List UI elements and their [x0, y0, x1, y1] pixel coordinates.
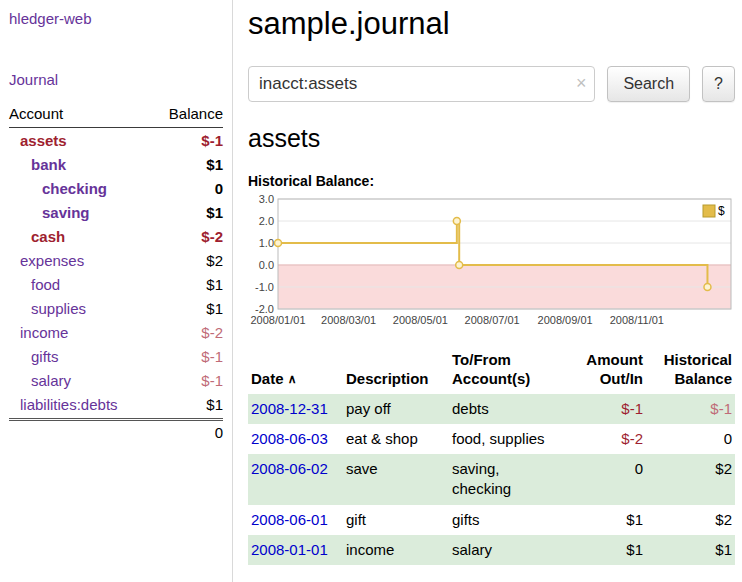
account-balance: $1 [206, 396, 223, 413]
register-table: Date ∧ Description To/From Account(s) Am… [248, 349, 735, 565]
register-row: 2008-06-02 save saving, checking 0 $2 [248, 454, 735, 505]
svg-text:0.0: 0.0 [259, 259, 274, 271]
account-link[interactable]: food [9, 276, 206, 293]
transaction-date-cell: 2008-12-31 [248, 394, 343, 424]
account-link[interactable]: supplies [9, 300, 206, 317]
svg-text:$: $ [718, 204, 725, 218]
transaction-date-link[interactable]: 2008-12-31 [251, 400, 328, 417]
transaction-date-link[interactable]: 2008-06-02 [251, 460, 328, 477]
transaction-amount-cell: $1 [562, 505, 646, 535]
account-heading: assets [248, 124, 735, 153]
chart-title: Historical Balance: [248, 173, 735, 189]
balance-column-label: Balance [169, 105, 223, 122]
svg-text:-1.0: -1.0 [255, 281, 274, 293]
account-link[interactable]: bank [9, 156, 206, 173]
accounts-header-line1: To/From [452, 351, 511, 368]
register-row: 2008-06-01 gift gifts $1 $2 [248, 505, 735, 535]
transaction-date-cell: 2008-06-03 [248, 424, 343, 454]
account-tree-header: Account Balance [9, 105, 223, 128]
account-balance: $2 [206, 252, 223, 269]
register-row: 2008-12-31 pay off debts $-1 $-1 [248, 394, 735, 424]
account-balance: $-1 [201, 372, 223, 389]
account-tree-total: 0 [9, 418, 223, 442]
account-balance: $-2 [201, 228, 223, 245]
help-button[interactable]: ? [702, 66, 735, 102]
svg-text:2008/05/01: 2008/05/01 [393, 314, 448, 326]
account-row: bank $1 [9, 152, 223, 176]
column-amount: Amount Out/In [562, 349, 646, 394]
transaction-balance-cell: $-1 [646, 394, 735, 424]
transaction-amount-cell: $-1 [562, 394, 646, 424]
app-brand-link[interactable]: hledger-web [9, 10, 223, 27]
register-row: 2008-01-01 income salary $1 $1 [248, 535, 735, 565]
account-link[interactable]: checking [9, 180, 215, 197]
balance-header-line1: Historical [664, 351, 732, 368]
account-row: liabilities:debts $1 [9, 392, 223, 416]
account-link[interactable]: salary [9, 372, 201, 389]
transaction-balance-cell: $2 [646, 505, 735, 535]
account-row: supplies $1 [9, 296, 223, 320]
transaction-date-link[interactable]: 2008-01-01 [251, 541, 328, 558]
transaction-balance-cell: $2 [646, 454, 735, 505]
account-row: salary $-1 [9, 368, 223, 392]
svg-text:2.0: 2.0 [259, 215, 274, 227]
transaction-accounts-cell: salary [449, 535, 562, 565]
account-link[interactable]: assets [9, 132, 201, 149]
svg-text:2008/01/01: 2008/01/01 [250, 314, 305, 326]
search-input[interactable] [248, 66, 595, 102]
transaction-accounts-cell: saving, checking [449, 454, 562, 505]
account-row: food $1 [9, 272, 223, 296]
account-link[interactable]: income [9, 324, 201, 341]
accounts-header-line2: Account(s) [452, 370, 530, 387]
svg-text:2008/07/01: 2008/07/01 [465, 314, 520, 326]
column-balance: Historical Balance [646, 349, 735, 394]
account-balance: $-2 [201, 324, 223, 341]
account-link[interactable]: liabilities:debts [9, 396, 206, 413]
transaction-amount-cell: 0 [562, 454, 646, 505]
sidebar-item-journal[interactable]: Journal [9, 71, 223, 88]
svg-text:2008/11/01: 2008/11/01 [610, 314, 664, 326]
account-balance: $1 [206, 156, 223, 173]
account-tree: assets $-1 bank $1 checking 0 saving $1 … [9, 128, 223, 416]
main-panel: sample.journal × Search ? assets Histori… [248, 0, 742, 565]
account-column-label: Account [9, 105, 63, 122]
amount-header-line2: Out/In [600, 370, 643, 387]
balance-header-line2: Balance [674, 370, 732, 387]
transaction-accounts-cell: debts [449, 394, 562, 424]
clear-search-icon[interactable]: × [576, 73, 587, 94]
account-row: checking 0 [9, 176, 223, 200]
transaction-date-link[interactable]: 2008-06-01 [251, 511, 328, 528]
transaction-date-link[interactable]: 2008-06-03 [251, 430, 328, 447]
transaction-description-cell: eat & shop [343, 424, 449, 454]
transaction-balance-cell: $1 [646, 535, 735, 565]
transaction-description-cell: pay off [343, 394, 449, 424]
date-header-label: Date [251, 370, 284, 387]
page-title: sample.journal [248, 6, 735, 42]
account-row: gifts $-1 [9, 344, 223, 368]
transaction-date-cell: 2008-01-01 [248, 535, 343, 565]
transaction-amount-cell: $1 [562, 535, 646, 565]
register-header-row: Date ∧ Description To/From Account(s) Am… [248, 349, 735, 394]
column-description: Description [343, 349, 449, 394]
search-form: × Search ? [248, 66, 735, 102]
account-balance: 0 [215, 180, 223, 197]
account-balance: $1 [206, 276, 223, 293]
account-link[interactable]: expenses [9, 252, 206, 269]
transaction-balance-cell: 0 [646, 424, 735, 454]
transaction-accounts-cell: gifts [449, 505, 562, 535]
account-link[interactable]: saving [9, 204, 206, 221]
column-date-sort[interactable]: Date ∧ [248, 349, 343, 394]
account-row: expenses $2 [9, 248, 223, 272]
sort-ascending-icon: ∧ [288, 372, 297, 386]
account-link[interactable]: gifts [9, 348, 201, 365]
account-balance: $-1 [201, 132, 223, 149]
transaction-description-cell: gift [343, 505, 449, 535]
transaction-description-cell: income [343, 535, 449, 565]
description-header-label: Description [346, 370, 429, 387]
svg-text:2008/03/01: 2008/03/01 [321, 314, 376, 326]
register-row: 2008-06-03 eat & shop food, supplies $-2… [248, 424, 735, 454]
historical-balance-chart: 3.02.01.00.0-1.0-2.02008/01/012008/03/01… [248, 195, 738, 329]
account-balance: $1 [206, 300, 223, 317]
account-link[interactable]: cash [9, 228, 201, 245]
search-button[interactable]: Search [607, 66, 690, 102]
